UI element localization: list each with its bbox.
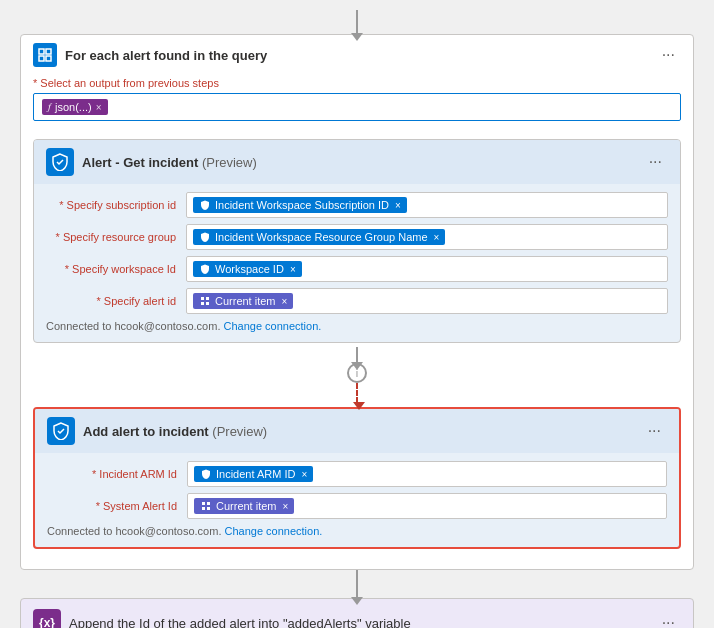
- bottom-arrow: [356, 570, 358, 598]
- token-system-alert-close[interactable]: ×: [283, 501, 289, 512]
- add-alert-header: Add alert to incident (Preview) ···: [35, 409, 679, 453]
- svg-rect-3: [46, 56, 51, 61]
- loop-title: For each alert found in the query: [65, 48, 648, 63]
- shield-icon: [51, 153, 69, 171]
- foreach-icon: [38, 48, 52, 62]
- token-subscription: Incident Workspace Subscription ID ×: [193, 197, 407, 213]
- grid-token-icon: [199, 295, 211, 307]
- field-value-system-alert[interactable]: Current item ×: [187, 493, 667, 519]
- grid-system-icon: [200, 500, 212, 512]
- select-output-input[interactable]: 𝑓 json(...) ×: [33, 93, 681, 121]
- field-row-workspace: * Specify workspace Id Workspace ID ×: [46, 256, 668, 282]
- token-subscription-close[interactable]: ×: [395, 200, 401, 211]
- loop-card: For each alert found in the query ··· * …: [20, 34, 694, 570]
- field-label-workspace: * Specify workspace Id: [46, 263, 176, 275]
- loop-icon: [33, 43, 57, 67]
- shield-arm-icon: [200, 468, 212, 480]
- select-output-section: * Select an output from previous steps 𝑓…: [33, 77, 681, 121]
- token-system-alert: Current item ×: [194, 498, 294, 514]
- alert-get-incident-icon: [46, 148, 74, 176]
- token-workspace: Workspace ID ×: [193, 261, 302, 277]
- field-row-subscription: * Specify subscription id Incident Works…: [46, 192, 668, 218]
- field-value-resource-group[interactable]: Incident Workspace Resource Group Name ×: [186, 224, 668, 250]
- field-label-subscription: * Specify subscription id: [46, 199, 176, 211]
- svg-rect-1: [46, 49, 51, 54]
- loop-more-button[interactable]: ···: [656, 44, 681, 66]
- field-value-incident-arm[interactable]: Incident ARM ID ×: [187, 461, 667, 487]
- svg-rect-8: [202, 502, 205, 505]
- alert-get-incident-header: Alert - Get incident (Preview) ···: [34, 140, 680, 184]
- top-arrow: [356, 10, 358, 34]
- add-alert-title-text: Add alert to incident: [83, 424, 209, 439]
- select-output-label: * Select an output from previous steps: [33, 77, 681, 89]
- add-alert-icon: [47, 417, 75, 445]
- append-title: Append the Id of the added alert into "a…: [69, 616, 648, 629]
- token-workspace-close[interactable]: ×: [290, 264, 296, 275]
- field-label-incident-arm: * Incident ARM Id: [47, 468, 177, 480]
- alert-get-incident-card: Alert - Get incident (Preview) ··· * Spe…: [33, 139, 681, 343]
- append-more-button[interactable]: ···: [656, 612, 681, 628]
- alert-get-incident-body: * Specify subscription id Incident Works…: [34, 184, 680, 342]
- field-label-alert-id: * Specify alert id: [46, 295, 176, 307]
- field-row-system-alert: * System Alert Id: [47, 493, 667, 519]
- alert-get-incident-change-connection[interactable]: Change connection.: [224, 320, 322, 332]
- svg-rect-10: [202, 507, 205, 510]
- svg-rect-0: [39, 49, 44, 54]
- token-resource-group-close[interactable]: ×: [434, 232, 440, 243]
- alert-get-incident-connected: Connected to hcook@contoso.com. Change c…: [46, 320, 668, 332]
- svg-rect-4: [201, 297, 204, 300]
- field-value-alert-id[interactable]: Current item ×: [186, 288, 668, 314]
- add-alert-connected: Connected to hcook@contoso.com. Change c…: [47, 525, 667, 537]
- alert-get-incident-preview: (Preview): [202, 155, 257, 170]
- svg-rect-5: [206, 297, 209, 300]
- shield-token-icon2: [199, 231, 211, 243]
- field-row-alert-id: * Specify alert id: [46, 288, 668, 314]
- add-alert-change-connection[interactable]: Change connection.: [225, 525, 323, 537]
- svg-rect-2: [39, 56, 44, 61]
- add-alert-body: * Incident ARM Id Incident ARM ID ×: [35, 453, 679, 547]
- shield-token-icon: [199, 199, 211, 211]
- token-incident-arm-close[interactable]: ×: [301, 469, 307, 480]
- field-value-subscription[interactable]: Incident Workspace Subscription ID ×: [186, 192, 668, 218]
- field-row-incident-arm: * Incident ARM Id Incident ARM ID ×: [47, 461, 667, 487]
- json-tag-close[interactable]: ×: [96, 102, 102, 113]
- svg-rect-7: [206, 302, 209, 305]
- svg-rect-6: [201, 302, 204, 305]
- connector-arrow-top: [356, 347, 358, 363]
- shield-token-icon3: [199, 263, 211, 275]
- loop-inner: Alert - Get incident (Preview) ··· * Spe…: [33, 129, 681, 549]
- json-tag-label: json(...): [55, 101, 92, 113]
- token-incident-arm: Incident ARM ID ×: [194, 466, 313, 482]
- loop-header: For each alert found in the query ···: [33, 43, 681, 67]
- field-label-resource-group: * Specify resource group: [46, 231, 176, 243]
- info-connector: i: [347, 347, 367, 403]
- append-icon: {x}: [33, 609, 61, 628]
- shield-add-icon: [52, 422, 70, 440]
- json-tag: 𝑓 json(...) ×: [42, 99, 108, 115]
- field-label-system-alert: * System Alert Id: [47, 500, 177, 512]
- add-alert-preview: (Preview): [212, 424, 267, 439]
- add-alert-title: Add alert to incident (Preview): [83, 424, 634, 439]
- token-alert-id-close[interactable]: ×: [282, 296, 288, 307]
- token-resource-group: Incident Workspace Resource Group Name ×: [193, 229, 445, 245]
- svg-rect-9: [207, 502, 210, 505]
- alert-get-incident-more-button[interactable]: ···: [643, 151, 668, 173]
- field-value-workspace[interactable]: Workspace ID ×: [186, 256, 668, 282]
- field-row-resource-group: * Specify resource group Incident Worksp…: [46, 224, 668, 250]
- add-alert-card: Add alert to incident (Preview) ··· * In…: [33, 407, 681, 549]
- add-alert-more-button[interactable]: ···: [642, 420, 667, 442]
- connector-arrow-dashed: [356, 383, 358, 403]
- token-alert-id: Current item ×: [193, 293, 293, 309]
- alert-get-incident-title-text: Alert - Get incident: [82, 155, 198, 170]
- fx-icon: 𝑓: [48, 101, 51, 113]
- svg-rect-11: [207, 507, 210, 510]
- alert-get-incident-title: Alert - Get incident (Preview): [82, 155, 635, 170]
